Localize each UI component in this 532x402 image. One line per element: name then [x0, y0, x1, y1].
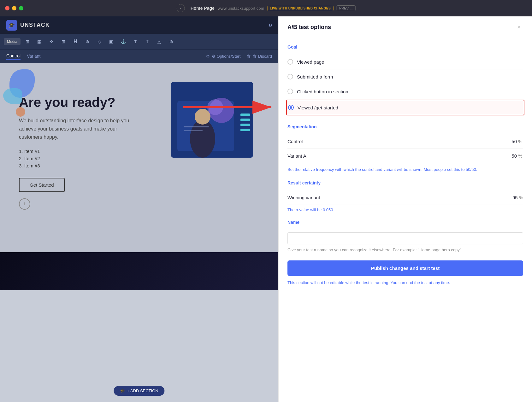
mac-close-button[interactable] — [5, 6, 9, 10]
mac-maximize-button[interactable] — [19, 6, 23, 10]
toolbar-columns-icon[interactable]: ▦ — [34, 37, 44, 47]
result-row-winning: Winning variant % — [287, 190, 523, 205]
seg-control-input[interactable] — [498, 139, 517, 144]
panel-title: A/B test options — [287, 24, 331, 31]
panel-close-button[interactable]: × — [514, 23, 523, 32]
seg-control-label: Control — [287, 139, 498, 144]
option-clicked-button[interactable]: Clicked button in section — [287, 84, 523, 99]
radio-viewed-get-started[interactable] — [288, 105, 294, 110]
unstack-topbar: 🎓 UNSTACK B — [0, 16, 278, 34]
seg-variant-input[interactable] — [498, 153, 517, 159]
hero-section: Are you ready? We build outstanding inte… — [0, 63, 278, 252]
radio-viewed-page[interactable] — [287, 59, 293, 65]
logo-icon: 🎓 — [6, 20, 17, 31]
radio-clicked-button[interactable] — [287, 89, 293, 94]
toolbar-image-icon[interactable]: ⊕ — [82, 37, 92, 47]
toolbar-plus-icon[interactable]: ⊕ — [166, 37, 176, 47]
name-hint: Give your test a name so you can recogni… — [287, 247, 523, 253]
add-section-button[interactable]: 🎓 + ADD SECTION — [114, 386, 164, 396]
tab-variant[interactable]: Variant — [27, 54, 40, 59]
panel-body: Goal Viewed page Submitted a form Clicke… — [279, 38, 532, 402]
toolbar-move-icon[interactable]: ✛ — [46, 37, 56, 47]
media-button[interactable]: Media — [4, 38, 21, 45]
winning-variant-input[interactable] — [502, 195, 518, 200]
tab-control[interactable]: Control — [6, 53, 21, 60]
add-section-icon: 🎓 — [120, 388, 125, 393]
result-section: Result certainty Winning variant % The p… — [287, 180, 523, 212]
mac-minimize-button[interactable] — [12, 6, 16, 10]
hero-heading: Are you ready? — [19, 95, 158, 110]
unstack-logo: 🎓 UNSTACK — [6, 20, 50, 31]
seg-control-percent: % — [518, 139, 523, 144]
options-icon: ⚙ — [206, 54, 210, 59]
hero-illustration — [171, 82, 253, 158]
name-section: Name Give your test a name so you can re… — [287, 220, 523, 253]
options-start-button[interactable]: ⚙ ⚙ Options/Start — [206, 54, 240, 59]
list-item: 3. Item #3 — [19, 163, 158, 168]
result-label: Result certainty — [287, 180, 523, 185]
publish-button[interactable]: Publish changes and start test — [287, 260, 523, 276]
panel-header: A/B test options × — [279, 16, 532, 38]
mac-titlebar: ‹ Home Page www.unstacksupport.com LIVE … — [0, 0, 532, 16]
page-url: www.unstacksupport.com — [218, 6, 264, 11]
discard-button[interactable]: 🗑 🗑 Discard — [247, 54, 272, 59]
hero-left: Are you ready? We build outstanding inte… — [19, 82, 158, 210]
discard-icon: 🗑 — [247, 54, 251, 59]
preview-badge: PREVI... — [336, 5, 355, 11]
label-submitted-form: Submitted a form — [297, 74, 333, 79]
segmentation-label: Segmentation — [287, 124, 523, 129]
svg-rect-4 — [240, 124, 250, 126]
publish-hint: This section will not be editable while … — [287, 280, 523, 286]
toolbar-grid-icon[interactable]: ⊞ — [22, 37, 33, 47]
label-viewed-get-started: Viewed /get-started — [298, 105, 338, 110]
bottom-section — [0, 252, 278, 290]
seg-variant-percent: % — [518, 153, 523, 159]
pvalue-text: The p-value will be 0.050 — [287, 207, 523, 212]
option-viewed-get-started[interactable]: Viewed /get-started — [286, 100, 524, 115]
hero-cta-button[interactable]: Get Started — [19, 178, 65, 192]
seg-row-variant: Variant A % — [287, 149, 523, 163]
blob-cyan — [3, 88, 22, 104]
svg-rect-2 — [240, 114, 250, 116]
logo-text: UNSTACK — [20, 22, 50, 28]
result-percent: % — [519, 195, 523, 200]
option-submitted-form[interactable]: Submitted a form — [287, 69, 523, 84]
blob-orange — [16, 107, 25, 117]
preview-area: 🎓 UNSTACK B Media ⊞ ▦ ✛ ⊞ H ⊕ ◇ ▣ ⚓ T T … — [0, 16, 278, 402]
hero-svg — [171, 82, 253, 158]
list-item: 1. Item #1 — [19, 149, 158, 154]
option-viewed-page[interactable]: Viewed page — [287, 55, 523, 69]
toolbar-box-icon[interactable]: ▣ — [106, 37, 116, 47]
toolbar-anchor-icon[interactable]: ⚓ — [118, 37, 128, 47]
toolbar-table-icon[interactable]: ⊞ — [58, 37, 68, 47]
hero-subtitle: We build outstanding interface design to… — [19, 117, 139, 141]
radio-submitted-form[interactable] — [287, 74, 293, 79]
page-content: Are you ready? We build outstanding inte… — [0, 63, 278, 402]
page-title: Home Page — [191, 6, 215, 11]
toolbar: Media ⊞ ▦ ✛ ⊞ H ⊕ ◇ ▣ ⚓ T T △ ⊕ — [0, 34, 278, 49]
editor-container: 🎓 UNSTACK B Media ⊞ ▦ ✛ ⊞ H ⊕ ◇ ▣ ⚓ T T … — [0, 16, 532, 402]
svg-rect-3 — [240, 119, 250, 121]
toolbar-text-icon[interactable]: T — [130, 37, 140, 47]
back-button[interactable]: ‹ — [177, 4, 185, 12]
titlebar-center: ‹ Home Page www.unstacksupport.com LIVE … — [177, 4, 356, 12]
toolbar-shape-icon[interactable]: ◇ — [94, 37, 104, 47]
list-item: 2. Item #2 — [19, 156, 158, 161]
name-input[interactable] — [287, 232, 523, 244]
ab-test-bar: Control Variant ⚙ ⚙ Options/Start 🗑 🗑 Di… — [0, 49, 278, 63]
add-content-button[interactable]: + — [19, 198, 30, 210]
segmentation-section: Segmentation Control % Variant A % Set t… — [287, 124, 523, 173]
hero-list: 1. Item #1 2. Item #2 3. Item #3 — [19, 149, 158, 168]
mac-window-buttons — [5, 6, 23, 10]
toolbar-text2-icon[interactable]: T — [142, 37, 152, 47]
label-viewed-page: Viewed page — [297, 59, 324, 65]
ab-panel: A/B test options × Goal Viewed page Subm… — [278, 16, 532, 402]
live-badge: LIVE WITH UNPUBLISHED CHANGES — [267, 6, 333, 11]
toolbar-heading-icon[interactable]: H — [70, 37, 80, 47]
toolbar-triangle-icon[interactable]: △ — [154, 37, 164, 47]
seg-variant-label: Variant A — [287, 153, 498, 159]
hero-right — [171, 82, 259, 158]
svg-rect-11 — [184, 130, 203, 131]
name-label: Name — [287, 220, 523, 225]
svg-point-8 — [190, 120, 215, 158]
